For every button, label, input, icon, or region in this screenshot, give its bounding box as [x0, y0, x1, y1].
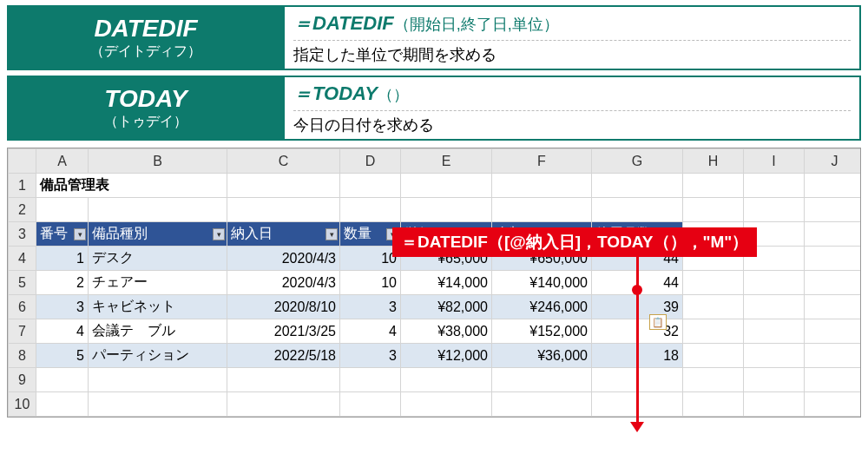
cell-no[interactable]: 2 — [36, 271, 89, 295]
cell[interactable] — [683, 198, 744, 222]
cell[interactable] — [227, 174, 340, 198]
cell[interactable] — [492, 174, 592, 198]
cell[interactable] — [744, 368, 805, 392]
cell-date[interactable]: 2020/4/3 — [227, 271, 340, 295]
cell[interactable] — [805, 368, 862, 392]
cell-no[interactable]: 3 — [36, 295, 89, 319]
cell[interactable] — [805, 271, 862, 295]
cell[interactable] — [340, 198, 401, 222]
cell[interactable] — [744, 271, 805, 295]
cell-item[interactable]: パーティション — [89, 344, 227, 368]
cell[interactable] — [805, 295, 862, 319]
cell[interactable] — [683, 174, 744, 198]
sheet-title-cell[interactable]: 備品管理表 — [36, 174, 227, 198]
cell[interactable] — [683, 344, 744, 368]
cell[interactable] — [36, 198, 89, 222]
cell[interactable] — [36, 392, 89, 417]
cell-date[interactable]: 2022/5/18 — [227, 344, 340, 368]
cell[interactable] — [592, 174, 683, 198]
cell[interactable] — [805, 174, 862, 198]
cell-item[interactable]: デスク — [89, 247, 227, 271]
autofill-options-icon[interactable]: 📋 — [649, 314, 667, 330]
cell-price[interactable]: ¥12,000 — [401, 344, 492, 368]
cell[interactable] — [340, 368, 401, 392]
cell[interactable] — [227, 198, 340, 222]
cell[interactable] — [683, 319, 744, 344]
column-header[interactable]: G — [592, 149, 683, 174]
cell-amount[interactable]: ¥36,000 — [492, 344, 592, 368]
cell[interactable] — [805, 247, 862, 271]
cell[interactable] — [683, 368, 744, 392]
cell[interactable] — [401, 392, 492, 417]
cell[interactable] — [744, 174, 805, 198]
cell-no[interactable]: 4 — [36, 319, 89, 344]
cell[interactable] — [744, 319, 805, 344]
cell[interactable] — [805, 319, 862, 344]
cell[interactable] — [805, 198, 862, 222]
cell-qty[interactable]: 4 — [340, 319, 401, 344]
cell[interactable] — [492, 392, 592, 417]
cell-amount[interactable]: ¥140,000 — [492, 271, 592, 295]
cell-price[interactable]: ¥38,000 — [401, 319, 492, 344]
cell[interactable] — [592, 198, 683, 222]
column-header[interactable]: B — [89, 149, 227, 174]
cell-item[interactable]: キャビネット — [89, 295, 227, 319]
corner-cell[interactable] — [9, 149, 36, 174]
cell[interactable] — [89, 392, 227, 417]
cell[interactable] — [401, 198, 492, 222]
column-header[interactable]: I — [744, 149, 805, 174]
filter-dropdown-icon[interactable]: ▾ — [74, 228, 86, 240]
row-header[interactable]: 10 — [9, 392, 36, 417]
cell[interactable] — [744, 295, 805, 319]
row-header[interactable]: 8 — [9, 344, 36, 368]
row-header[interactable]: 2 — [9, 198, 36, 222]
column-header[interactable]: E — [401, 149, 492, 174]
cell-no[interactable]: 1 — [36, 247, 89, 271]
cell[interactable] — [683, 295, 744, 319]
cell[interactable] — [401, 368, 492, 392]
column-header[interactable]: D — [340, 149, 401, 174]
cell[interactable] — [805, 392, 862, 417]
cell-amount[interactable]: ¥152,000 — [492, 319, 592, 344]
cell[interactable] — [805, 222, 862, 247]
cell[interactable] — [744, 198, 805, 222]
row-header[interactable]: 4 — [9, 247, 36, 271]
cell-date[interactable]: 2020/4/3 — [227, 247, 340, 271]
cell[interactable] — [492, 198, 592, 222]
cell[interactable] — [683, 271, 744, 295]
cell[interactable] — [805, 344, 862, 368]
cell-qty[interactable]: 10 — [340, 247, 401, 271]
cell-no[interactable]: 5 — [36, 344, 89, 368]
cell[interactable] — [492, 368, 592, 392]
cell-item[interactable]: チェアー — [89, 271, 227, 295]
cell-item[interactable]: 会議テ ブル — [89, 319, 227, 344]
cell[interactable] — [340, 392, 401, 417]
cell[interactable] — [744, 392, 805, 417]
column-header[interactable]: A — [36, 149, 89, 174]
cell[interactable] — [401, 174, 492, 198]
filter-dropdown-icon[interactable]: ▾ — [326, 228, 338, 240]
row-header[interactable]: 3 — [9, 222, 36, 247]
cell[interactable] — [744, 344, 805, 368]
column-header[interactable]: F — [492, 149, 592, 174]
column-header[interactable]: J — [805, 149, 862, 174]
spreadsheet-grid[interactable]: A B C D E F G H I J 1 備品管理表 2 3 番号▾ 備品 — [8, 148, 861, 417]
cell[interactable] — [89, 368, 227, 392]
cell-qty[interactable]: 3 — [340, 344, 401, 368]
row-header[interactable]: 9 — [9, 368, 36, 392]
filter-dropdown-icon[interactable]: ▾ — [213, 228, 225, 240]
cell-qty[interactable]: 10 — [340, 271, 401, 295]
table-header-cell[interactable]: 数量▾ — [340, 222, 401, 247]
row-header[interactable]: 6 — [9, 295, 36, 319]
cell[interactable] — [340, 174, 401, 198]
cell-price[interactable]: ¥82,000 — [401, 295, 492, 319]
column-header[interactable]: H — [683, 149, 744, 174]
cell-price[interactable]: ¥14,000 — [401, 271, 492, 295]
cell[interactable] — [227, 368, 340, 392]
cell[interactable] — [227, 392, 340, 417]
cell-qty[interactable]: 3 — [340, 295, 401, 319]
cell-date[interactable]: 2021/3/25 — [227, 319, 340, 344]
cell[interactable] — [683, 392, 744, 417]
cell-date[interactable]: 2020/8/10 — [227, 295, 340, 319]
table-header-cell[interactable]: 番号▾ — [36, 222, 89, 247]
